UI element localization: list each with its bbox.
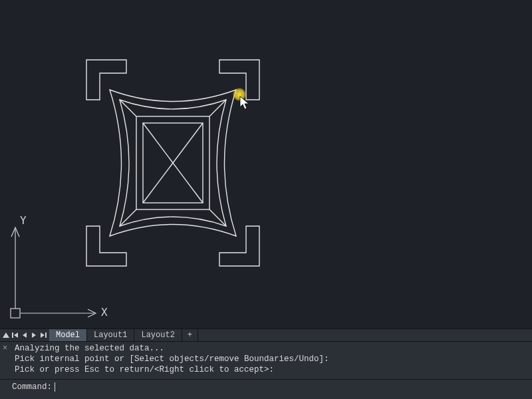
tab-model[interactable]: Model [49, 329, 87, 341]
command-history-line: Pick or press Esc to return/<Right click… [15, 364, 529, 375]
tab-prev-button[interactable] [20, 330, 29, 340]
drawing-geometry [86, 60, 259, 266]
drawing-canvas[interactable]: Y X [0, 0, 532, 329]
command-history-line: Pick internal point or [Select objects/r… [15, 354, 529, 364]
tab-label: + [188, 331, 192, 340]
tab-label: Model [56, 331, 80, 340]
tab-layout1[interactable]: Layout1 [87, 329, 134, 341]
command-history-line: Analyzing the selected data... [15, 343, 529, 354]
tab-layout2[interactable]: Layout2 [134, 329, 182, 341]
tab-nav-controls [0, 329, 49, 341]
tab-next-button[interactable] [29, 330, 39, 340]
layout-tabstrip: Model Layout1 Layout2 + [0, 329, 532, 342]
svg-rect-11 [12, 332, 13, 338]
tab-first-button[interactable] [11, 330, 20, 340]
command-input-row[interactable]: Command: [3, 382, 55, 392]
close-icon[interactable]: × [3, 343, 11, 351]
tab-label: Layout1 [94, 331, 127, 340]
command-caret [55, 382, 55, 392]
tab-add-button[interactable]: + [182, 329, 198, 341]
svg-rect-12 [45, 332, 47, 338]
command-prompt-label: Command: [12, 382, 52, 392]
command-history: Analyzing the selected data... Pick inte… [15, 343, 529, 375]
tab-last-button[interactable] [39, 330, 48, 340]
command-panel: × Analyzing the selected data... Pick in… [0, 342, 532, 399]
layout-tabs: Model Layout1 Layout2 + [49, 329, 198, 341]
tab-menu-button[interactable] [1, 330, 11, 340]
tab-label: Layout2 [141, 331, 174, 340]
command-separator [0, 379, 532, 380]
